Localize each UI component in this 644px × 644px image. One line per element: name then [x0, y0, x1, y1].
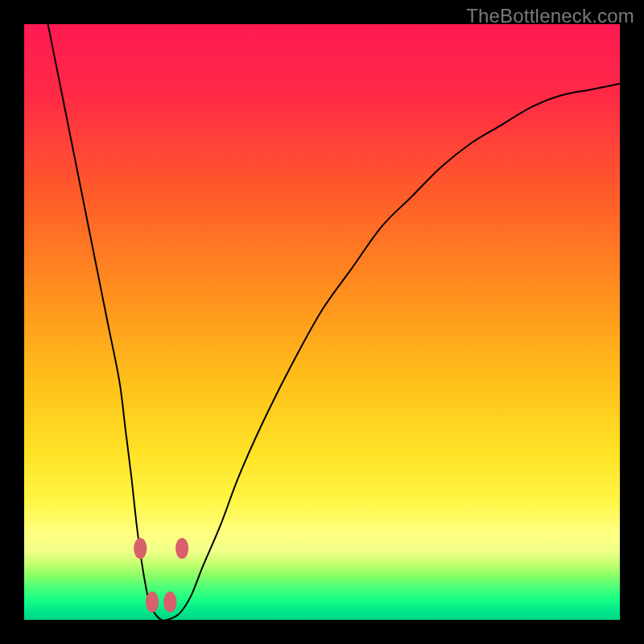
- outer-frame: TheBottleneck.com: [0, 0, 644, 644]
- plot-area: [24, 24, 620, 620]
- marker-right-lower: [163, 592, 176, 613]
- marker-left-upper: [134, 538, 147, 559]
- marker-left-lower: [146, 592, 159, 613]
- marker-group: [134, 538, 188, 613]
- marker-right-upper: [175, 538, 188, 559]
- bottleneck-curve: [48, 24, 620, 620]
- curve-layer: [24, 24, 620, 620]
